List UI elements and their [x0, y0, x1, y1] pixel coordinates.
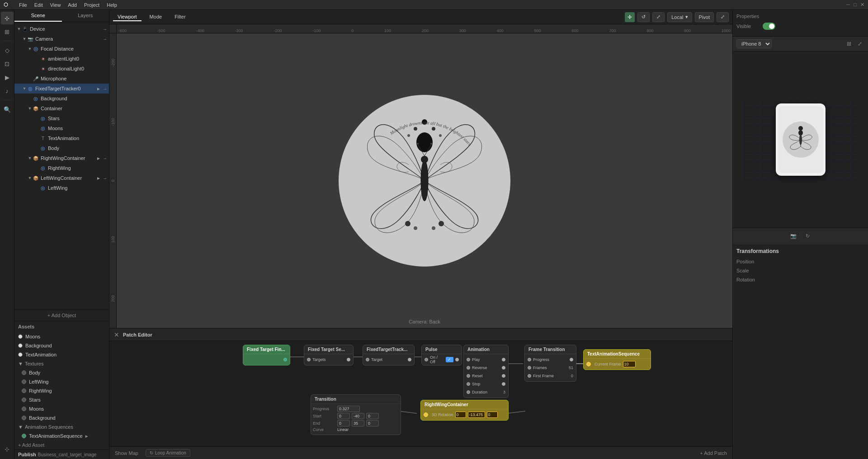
- tree-leftwing[interactable]: ▶ ◎ LeftWing: [14, 183, 109, 193]
- trans-progress-input[interactable]: [337, 406, 360, 412]
- node-frame-transition[interactable]: Frame Transition Progress Frames 51: [524, 345, 576, 382]
- node-textanim-seq[interactable]: TextAnimationSequence Current Frame: [583, 349, 651, 370]
- trans-end-x[interactable]: [337, 420, 350, 426]
- menu-project[interactable]: Project: [84, 2, 99, 8]
- node-transition[interactable]: Transition Progress Start: [311, 394, 401, 435]
- pivot-btn[interactable]: Pivot: [695, 12, 714, 22]
- tab-layers[interactable]: Layers: [62, 10, 109, 22]
- tree-directional[interactable]: ▶ ☀ directionalLight0: [14, 64, 109, 74]
- port-anim-stop[interactable]: [467, 382, 470, 386]
- menu-view[interactable]: View: [50, 2, 61, 8]
- preview-grid-icon[interactable]: ⊞: [844, 39, 854, 48]
- tree-container[interactable]: ▼ 📦 Container: [14, 103, 109, 113]
- tree-stars[interactable]: ▶ ◎ Stars: [14, 113, 109, 123]
- tree-rightwing-container[interactable]: ▼ 📦 RightWingContainer ► →: [14, 153, 109, 163]
- port-anim-dur[interactable]: [467, 390, 470, 394]
- add-patch-btn[interactable]: + Add Patch: [700, 450, 727, 456]
- port-anim-out2[interactable]: [502, 366, 505, 370]
- port-fts-in[interactable]: [307, 358, 311, 361]
- node-rwc[interactable]: RightWingContainer 3D Rotation: [420, 400, 509, 421]
- tool-object[interactable]: ◇: [1, 44, 14, 56]
- port-anim-reverse[interactable]: [467, 366, 470, 370]
- expand-focal[interactable]: ▼: [27, 46, 33, 52]
- preview-snapshot-btn[interactable]: 📷: [788, 231, 799, 242]
- port-ft2-out[interactable]: [570, 358, 573, 361]
- node-pulse[interactable]: Pulse On / Off ✓: [421, 345, 462, 365]
- window-close[interactable]: ✕: [860, 2, 864, 8]
- expand-viewport-btn[interactable]: ⤢: [717, 12, 729, 22]
- node-fixed-target-sel[interactable]: Fixed Target Se... Targets: [304, 345, 354, 365]
- asset-rightwing[interactable]: RightWing: [14, 386, 109, 395]
- tree-rightwing[interactable]: ▶ ◎ RightWing: [14, 163, 109, 173]
- node-fixed-track[interactable]: FixedTargetTrack... Target: [363, 345, 415, 365]
- port-rwc-in[interactable]: [424, 412, 428, 417]
- preview-flip-btn[interactable]: ↻: [802, 231, 813, 242]
- trans-end-z[interactable]: [366, 420, 379, 426]
- port-anim-play[interactable]: [467, 358, 470, 361]
- add-asset-button[interactable]: + Add Asset: [14, 440, 109, 450]
- port-anim-out4[interactable]: [502, 382, 505, 386]
- asset-animseq-folder[interactable]: ▼ Animation Sequences: [14, 422, 109, 431]
- patch-close-btn[interactable]: ✕: [114, 331, 119, 338]
- rwc-rot-y[interactable]: [468, 412, 485, 418]
- expand-camera[interactable]: ▼: [22, 36, 27, 42]
- expand-lwc[interactable]: ▼: [27, 175, 33, 181]
- port-pulse-in[interactable]: [425, 358, 428, 361]
- tree-focal[interactable]: ▼ ◎ Focal Distance: [14, 44, 109, 54]
- tree-fixed-tracker[interactable]: ▼ ◎ FixedTargetTracker0 ► →: [14, 84, 109, 94]
- node-animation[interactable]: Animation Play Reverse: [463, 345, 509, 398]
- menu-file[interactable]: File: [19, 2, 27, 8]
- menu-edit[interactable]: Edit: [34, 2, 43, 8]
- port-ft-in[interactable]: [366, 358, 369, 361]
- viewport-canvas[interactable]: Moonlight drowns out all but the brighte…: [117, 33, 732, 328]
- asset-body[interactable]: Body: [14, 368, 109, 377]
- current-frame-input[interactable]: [623, 361, 636, 367]
- expand-container[interactable]: ▼: [27, 106, 33, 111]
- tree-microphone[interactable]: ▶ 🎤 Microphone: [14, 74, 109, 84]
- trans-start-y[interactable]: [352, 413, 364, 419]
- tool-select[interactable]: ⊹: [1, 12, 14, 24]
- vp-tab-filter[interactable]: Filter: [170, 13, 190, 21]
- port-anim-out1[interactable]: [502, 358, 505, 361]
- rwc-rot-x[interactable]: [455, 412, 466, 418]
- tool-rotate-btn[interactable]: ↺: [637, 12, 650, 22]
- local-btn[interactable]: Local ▾: [667, 12, 692, 22]
- add-object-button[interactable]: + Add Object: [14, 309, 109, 321]
- port-ft-out[interactable]: [408, 358, 411, 361]
- port-anim-reset[interactable]: [467, 374, 470, 378]
- trans-start-x[interactable]: [337, 413, 350, 419]
- asset-background-sphere[interactable]: Background: [14, 341, 109, 350]
- asset-moons-tex[interactable]: Moons: [14, 404, 109, 413]
- vp-tab-mode[interactable]: Mode: [145, 13, 167, 21]
- port-tas-in[interactable]: [586, 362, 591, 366]
- visible-toggle[interactable]: [763, 23, 775, 30]
- tool-scale-btn[interactable]: ⤢: [652, 12, 665, 22]
- expand-device[interactable]: ▼: [16, 26, 22, 32]
- asset-moons-sphere[interactable]: Moons: [14, 332, 109, 341]
- vp-tab-viewport[interactable]: Viewport: [113, 13, 142, 21]
- rwc-rot-z[interactable]: [487, 412, 498, 418]
- expand-fixed[interactable]: ▼: [22, 86, 27, 91]
- tree-moons[interactable]: ▶ ◎ Moons: [14, 123, 109, 133]
- publish-row[interactable]: Publish Business_card_target_image: [14, 450, 109, 459]
- tree-body[interactable]: ▶ ◎ Body: [14, 143, 109, 153]
- asset-leftwing[interactable]: LeftWing: [14, 377, 109, 386]
- tree-background[interactable]: ▶ ◎ Background: [14, 94, 109, 103]
- tool-animation[interactable]: ▶: [1, 71, 14, 84]
- asset-stars-tex[interactable]: Stars: [14, 395, 109, 404]
- iphone-model-select[interactable]: iPhone 8: [736, 39, 772, 48]
- tree-textanim[interactable]: ▶ T TextAnimation: [14, 133, 109, 143]
- asset-textures-folder[interactable]: ▼ Textures: [14, 359, 109, 368]
- node-fixed-target-fin[interactable]: Fixed Target Fin...: [243, 345, 290, 365]
- tool-move-btn[interactable]: ✛: [625, 12, 635, 22]
- window-minimize[interactable]: ─: [847, 2, 850, 8]
- asset-bg-tex[interactable]: Background: [14, 413, 109, 422]
- menu-add[interactable]: Add: [68, 2, 77, 8]
- show-map-btn[interactable]: Show Map: [115, 450, 138, 456]
- window-maximize[interactable]: □: [854, 2, 857, 8]
- port-fin-out[interactable]: [283, 358, 287, 361]
- tool-audio[interactable]: ♪: [1, 84, 14, 97]
- expand-rwc[interactable]: ▼: [27, 155, 33, 161]
- tool-scene[interactable]: ⊞: [1, 25, 14, 38]
- port-ft2-frames[interactable]: [528, 366, 531, 370]
